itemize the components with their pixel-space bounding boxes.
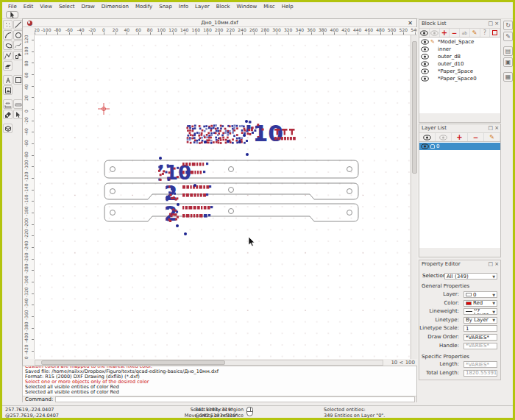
float-panel-icon[interactable]: □: [489, 21, 494, 26]
show-all-layers-button[interactable]: [419, 133, 436, 141]
selected-text-blob: [187, 141, 189, 143]
linetypescale-field[interactable]: 1: [464, 325, 497, 332]
menu-edit[interactable]: Edit: [21, 3, 37, 10]
draworder-field[interactable]: *VARIES*: [464, 334, 497, 341]
point-tool-button[interactable]: [3, 20, 13, 29]
visibility-eye-icon[interactable]: [421, 46, 429, 52]
selected-small-text: [192, 163, 196, 166]
selected-small-text: [197, 171, 199, 174]
close-panel-icon[interactable]: ×: [494, 261, 499, 267]
color-select[interactable]: Red▼: [464, 300, 497, 307]
close-panel-icon[interactable]: ×: [494, 125, 499, 131]
lineweight-select[interactable]: By Layer▼: [464, 308, 497, 315]
arc-tool-button[interactable]: [3, 30, 13, 40]
visibility-eye-icon[interactable]: [421, 61, 429, 67]
ellipse-tool-button[interactable]: [3, 40, 13, 50]
visibility-eye-icon[interactable]: [421, 143, 429, 149]
selection-select[interactable]: All (349)▼: [444, 273, 497, 280]
selected-text-blob: [215, 137, 217, 139]
totallength-field[interactable]: 1820.55391653: [464, 370, 497, 377]
text-tool-button[interactable]: [3, 75, 13, 85]
selected-text-blob: [198, 135, 200, 137]
close-icon[interactable]: ✕: [408, 20, 413, 26]
block-row[interactable]: *Paper_Space: [419, 68, 500, 75]
float-panel-icon[interactable]: □: [489, 125, 494, 131]
drawing-content: ’10’1022: [35, 35, 410, 359]
insert-tool-button[interactable]: [3, 61, 13, 71]
selected-small-text: [185, 206, 188, 210]
block-help-button[interactable]: ?: [480, 29, 491, 37]
selected-text-blob: [232, 142, 234, 144]
menu-draw[interactable]: Draw: [79, 3, 98, 10]
menu-misc[interactable]: Misc: [260, 3, 277, 10]
plate-outline: [104, 204, 358, 221]
selected-text-blob: [208, 137, 210, 139]
reload-dock-button[interactable]: ↻: [503, 21, 513, 30]
hide-all-layers-button[interactable]: [436, 133, 452, 141]
selection-cursor-button[interactable]: [6, 11, 18, 18]
modify-tool-button[interactable]: [3, 110, 13, 119]
visibility-eye-icon[interactable]: [421, 76, 429, 82]
visibility-eye-icon[interactable]: [421, 68, 429, 74]
selection-marker: [170, 185, 172, 188]
selection-marker: [251, 129, 253, 131]
show-all-blocks-button[interactable]: [419, 29, 430, 37]
selected-small-text: [199, 214, 203, 218]
drawing-window-titlebar[interactable]: Дно_10мм.dxf ✕: [23, 19, 416, 27]
block-row[interactable]: outer_d8: [419, 53, 500, 60]
menu-snap[interactable]: Snap: [156, 3, 175, 10]
remove-block-button[interactable]: −: [450, 29, 460, 37]
menu-view[interactable]: View: [37, 3, 55, 10]
hide-all-blocks-button[interactable]: [430, 29, 440, 37]
menu-help[interactable]: Help: [279, 3, 296, 10]
layer-select[interactable]: 0▼: [464, 291, 497, 298]
lock-icon[interactable]: [430, 144, 435, 149]
menu-select[interactable]: Select: [56, 3, 78, 10]
block-row[interactable]: ✎*Model_Space: [419, 38, 500, 46]
linetype-select[interactable]: By Layer▼: [464, 317, 497, 324]
menu-block[interactable]: Block: [213, 3, 233, 10]
delete-block-button[interactable]: [490, 29, 500, 37]
handle-field[interactable]: *VARIES*: [464, 343, 497, 349]
vertical-scrollbar-thumb[interactable]: [412, 41, 417, 174]
command-input[interactable]: [55, 396, 415, 402]
length-field[interactable]: *VARIES*: [464, 361, 497, 368]
block-row[interactable]: inner: [419, 46, 500, 53]
menu-info[interactable]: Info: [176, 3, 191, 10]
remove-layer-button[interactable]: −: [468, 133, 484, 141]
edit-layer-button[interactable]: ✎: [484, 133, 500, 141]
selected-text-blob: [196, 142, 199, 144]
layer-row[interactable]: 0: [419, 143, 500, 150]
grid-info-label: 10 < 100: [391, 360, 415, 366]
menu-dimension[interactable]: Dimension: [99, 3, 132, 10]
list-dock-button[interactable]: ▤: [503, 46, 513, 56]
layout-dock-button[interactable]: ▦: [503, 72, 513, 82]
menu-modify[interactable]: Modify: [132, 3, 155, 10]
horizontal-scrollbar[interactable]: [35, 360, 383, 366]
solid-tool-icon: [4, 125, 12, 132]
drawing-canvas[interactable]: ’10’1022: [35, 35, 410, 359]
order-blocks-button[interactable]: ab: [460, 29, 470, 37]
menu-layer[interactable]: Layer: [192, 3, 213, 10]
selection-marker: [260, 132, 263, 135]
add-block-button[interactable]: +: [440, 29, 450, 37]
horizontal-scrollbar-thumb[interactable]: [41, 360, 225, 365]
block-row[interactable]: *Paper_Space0: [419, 75, 500, 82]
menu-file[interactable]: File: [5, 3, 20, 10]
detail-dock-button[interactable]: ▣: [503, 57, 513, 67]
visibility-eye-icon[interactable]: [421, 54, 429, 60]
reference-dot: [177, 203, 180, 206]
menu-window[interactable]: Window: [234, 3, 260, 10]
add-layer-button[interactable]: +: [452, 133, 468, 141]
float-panel-icon[interactable]: □: [489, 261, 494, 267]
visibility-eye-icon[interactable]: [421, 39, 429, 45]
image-tool-button[interactable]: [3, 85, 13, 95]
selected-text-blob: [241, 125, 244, 127]
close-panel-icon[interactable]: ×: [494, 21, 499, 26]
edit-dock-button[interactable]: ✎: [503, 32, 513, 41]
edit-block-button[interactable]: ✎: [470, 29, 480, 37]
block-row[interactable]: outer_d10: [419, 60, 500, 68]
dimension-tool-button[interactable]: [3, 99, 13, 109]
polyline-tool-button[interactable]: [3, 51, 13, 60]
solid-tool-button[interactable]: [3, 124, 13, 133]
